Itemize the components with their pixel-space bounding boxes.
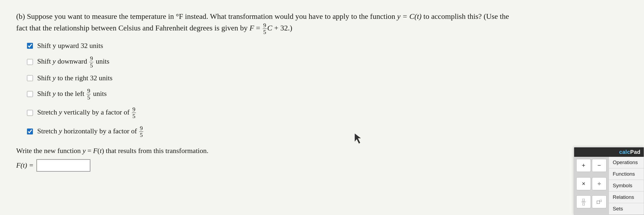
svg-marker-0 <box>355 133 362 144</box>
calc-blue-text: calc <box>619 149 630 155</box>
ft-label: F(t) = <box>16 161 34 169</box>
calcpad-header: calcPad <box>574 147 644 157</box>
write-prompt: Write the new function y = F(t) that res… <box>16 147 209 155</box>
calcpad-tabs: Operations Functions Symbols Relations S… <box>609 157 644 215</box>
plus-button[interactable]: + <box>576 159 591 172</box>
main-content: (b) Suppose you want to measure the temp… <box>0 0 594 182</box>
calcpad-title: calcPad <box>619 149 640 155</box>
option-3: Shift y to the right 32 units <box>27 74 577 82</box>
options-list: Shift y upward 32 units Shift y downward… <box>27 42 577 138</box>
tab-sets[interactable]: Sets <box>609 203 644 215</box>
tab-symbols[interactable]: Symbols <box>609 180 644 192</box>
checkbox-opt5[interactable] <box>27 110 33 116</box>
part-label: (b) <box>16 12 25 20</box>
arrow-cursor-icon <box>353 132 362 144</box>
checkbox-opt2[interactable] <box>27 59 33 65</box>
cursor-indicator <box>353 132 362 145</box>
ft-row: F(t) = <box>16 159 577 172</box>
calcpad-body: + − × ÷ □ □ □□ Operations Functions Symb… <box>574 157 644 215</box>
option-2-label[interactable]: Shift y downward 95 units <box>37 55 109 68</box>
question-text: (b) Suppose you want to measure the temp… <box>16 11 577 35</box>
tab-operations[interactable]: Operations <box>609 157 644 168</box>
tab-relations[interactable]: Relations <box>609 192 644 203</box>
option-1-label[interactable]: Shift y upward 32 units <box>37 42 103 50</box>
question-line2: fact that the relationship between Celsi… <box>16 24 292 32</box>
calcpad-panel: calcPad + − × ÷ □ □ □□ Operations Functi… <box>574 147 644 215</box>
write-section: Write the new function y = F(t) that res… <box>16 147 577 172</box>
fraction-button[interactable]: □ □ <box>576 195 591 208</box>
option-4-label[interactable]: Shift y to the left 95 units <box>37 88 107 101</box>
checkbox-opt1[interactable] <box>27 43 33 49</box>
superscript-button[interactable]: □□ <box>592 195 606 208</box>
option-6: Stretch y horizontally by a factor of 95 <box>27 125 577 138</box>
option-1: Shift y upward 32 units <box>27 42 577 50</box>
ft-input[interactable] <box>36 159 90 172</box>
option-3-label[interactable]: Shift y to the right 32 units <box>37 74 113 82</box>
divide-button[interactable]: ÷ <box>592 177 606 190</box>
option-4: Shift y to the left 95 units <box>27 88 577 101</box>
checkbox-opt3[interactable] <box>27 75 33 81</box>
formula-frac: 95 <box>263 22 267 35</box>
option-5-label[interactable]: Stretch y vertically by a factor of 95 <box>37 106 137 119</box>
checkbox-opt6[interactable] <box>27 129 33 134</box>
multiply-button[interactable]: × <box>576 177 591 190</box>
minus-button[interactable]: − <box>592 159 606 172</box>
function-ref: y = C(t) <box>397 12 421 20</box>
question-to: to accomplish this? (Use the <box>423 12 509 20</box>
question-intro: Suppose you want to measure the temperat… <box>27 12 397 20</box>
option-2: Shift y downward 95 units <box>27 55 577 68</box>
option-6-label[interactable]: Stretch y horizontally by a factor of 95 <box>37 125 144 138</box>
tab-functions[interactable]: Functions <box>609 168 644 180</box>
option-5: Stretch y vertically by a factor of 95 <box>27 106 577 119</box>
checkbox-opt4[interactable] <box>27 91 33 97</box>
calcpad-buttons: + − × ÷ □ □ □□ <box>574 157 609 215</box>
